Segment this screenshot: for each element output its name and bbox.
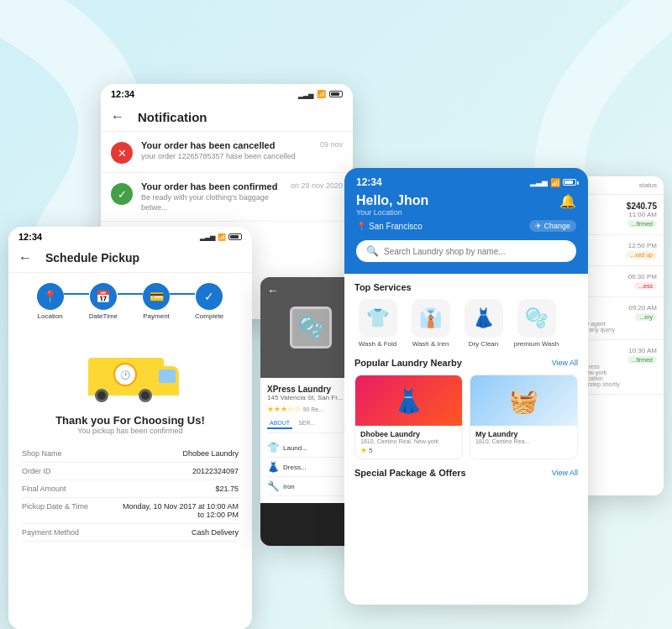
step-payment: 💳 Payment — [143, 283, 170, 320]
notification-bell-icon[interactable]: 🔔 — [559, 193, 576, 209]
truck-clock: 🕐 — [113, 363, 137, 386]
step-line-3 — [170, 293, 195, 295]
step-line-2 — [118, 293, 143, 295]
home-battery-icon — [563, 179, 576, 186]
premium-wash-icon: 🫧 — [517, 299, 556, 338]
popular-title: Popular Laundry Nearby — [354, 358, 462, 368]
special-title: Special Package & Offers — [354, 468, 466, 478]
notification-status-bar: 12:34 📶 — [101, 84, 353, 104]
schedule-time: 12:34 — [18, 232, 42, 242]
dhobee-rating: ★ 5 — [360, 446, 457, 454]
home-greeting: Hello, Jhon Your Location — [356, 193, 428, 217]
home-signal-icon: ▂▃▅ — [530, 178, 548, 186]
service-dry-clean[interactable]: 👗 Dry Clean — [460, 299, 507, 348]
payment-label: Payment Method — [22, 528, 79, 537]
step-payment-label: Payment — [143, 312, 170, 320]
service-wash-fold[interactable]: 👕 Wash & Fold — [354, 299, 401, 348]
nearby-mylaundry[interactable]: 🧺 My Laundry 1810, Camino Rea... — [470, 375, 578, 459]
xpress-stars: ★★★☆☆ — [267, 405, 301, 413]
step-datetime-circle: 📅 — [90, 283, 117, 310]
schedule-steps: 📍 Location 📅 DateTime 💳 Payment ✓ Comple… — [8, 273, 252, 330]
service-wash-iren[interactable]: 👔 Wash & Iren — [407, 299, 454, 348]
step-location-label: Location — [38, 312, 63, 320]
pickup-confirmed-text: You pickup has been confirmed — [18, 427, 242, 435]
dhobee-star-icon: ★ — [360, 446, 367, 454]
xpress-rating: ★★★☆☆ 90 Re... — [267, 405, 354, 413]
status-time-5: 10:30 AM — [578, 347, 657, 354]
notif-date-cancel: 09 nov — [320, 140, 343, 149]
notif-title-cancel: Your order has been cancelled — [141, 140, 312, 150]
xpress-item-laundry: 👕 Laund... — [267, 438, 354, 458]
status-time-1: 11:00 AM — [578, 211, 657, 218]
popular-view-all[interactable]: View All — [552, 359, 578, 367]
schedule-back-icon[interactable]: ← — [18, 250, 32, 265]
status-amount-1: $240.75 — [578, 202, 657, 211]
truck-wheel-right — [139, 389, 152, 402]
notif-text-cancel: Your order has been cancelled your order… — [141, 140, 312, 162]
step-line-1 — [64, 293, 89, 295]
notification-title: Notification — [138, 110, 207, 124]
top-services-title: Top Services — [354, 282, 412, 292]
step-datetime-label: DateTime — [89, 312, 118, 320]
home-location-text: San Francisco — [369, 222, 423, 231]
xpress-tabs: ABOUT SER... — [267, 418, 354, 433]
wash-iren-icon: 👔 — [412, 299, 450, 338]
thankyou-text: Thank you For Choosing Us! — [18, 414, 242, 427]
nearby-dhobee[interactable]: 👗 Dhobee Laundry 1810, Camino Real, New-… — [354, 375, 463, 459]
home-location-row: 📍 San Francisco ✈ Change — [356, 220, 576, 232]
dhobee-rating-num: 5 — [369, 447, 372, 454]
home-hello: Hello, Jhon — [356, 193, 428, 208]
notif-text-confirm: Your order has been confirmed Be ready w… — [141, 181, 282, 212]
schedule-status-bar: 12:34 ▂▃▅ 📶 — [8, 227, 252, 247]
home-location: 📍 San Francisco — [356, 222, 423, 231]
home-location-label: Your Location — [356, 208, 428, 217]
xpress-tab-about[interactable]: ABOUT — [267, 418, 292, 429]
notif-desc-cancel: your order 12265785357 hase been cancell… — [141, 152, 312, 162]
top-services-header: Top Services — [354, 282, 578, 292]
nearby-row: 👗 Dhobee Laundry 1810, Camino Real, New-… — [354, 375, 578, 459]
step-location-circle: 📍 — [37, 283, 64, 310]
back-arrow-icon[interactable]: ← — [111, 109, 124, 124]
step-payment-circle: 💳 — [143, 283, 170, 310]
xpress-address: 145 Valencia St, San Fr... — [267, 394, 354, 401]
shop-label: Shop Name — [22, 449, 62, 458]
battery-icon — [329, 91, 343, 97]
iron-text: Iron — [283, 483, 295, 490]
dhobee-img: 👗 — [355, 375, 462, 426]
notif-title-confirm: Your order has been confirmed — [141, 181, 282, 191]
xpress-back-icon[interactable]: ← — [267, 284, 279, 297]
change-location-button[interactable]: ✈ Change — [529, 220, 576, 232]
xpress-tab-services[interactable]: SER... — [296, 418, 318, 429]
home-status-bar: 12:34 ▂▃▅ 📶 — [356, 176, 576, 188]
notification-item-confirm: ✓ Your order has been confirmed Be ready… — [101, 173, 353, 222]
search-input[interactable] — [384, 247, 566, 256]
schedule-header: ← Schedule Pickup — [8, 247, 252, 273]
service-premium-wash[interactable]: 🫧 premium Wash — [513, 299, 559, 348]
xpress-name: XPress Laundry — [267, 385, 354, 394]
truck-wheel-left — [95, 389, 108, 402]
step-datetime: 📅 DateTime — [89, 283, 118, 320]
schedule-thankyou: Thank you For Choosing Us! You pickup ha… — [8, 411, 252, 438]
step-complete-circle: ✓ — [196, 283, 223, 310]
xpress-service-list: 👕 Laund... 👗 Dress... 🔧 Iron — [267, 438, 354, 496]
dry-clean-label: Dry Clean — [469, 340, 499, 348]
truck-illustration: 🕐 — [8, 330, 252, 411]
mylaundry-img: 🧺 — [470, 375, 577, 426]
home-header: 12:34 ▂▃▅ 📶 Hello, Jhon Your Location 🔔 … — [344, 168, 588, 274]
status-badge-3: ...ess — [634, 282, 657, 290]
iron-icon: 🔧 — [267, 480, 280, 492]
schedule-details: Shop Name Dhobee Laundry Order ID 201223… — [8, 438, 252, 548]
home-search-bar[interactable]: 🔍 — [356, 240, 576, 262]
washing-machine-icon: 🫧 — [290, 307, 332, 349]
special-view-all[interactable]: View All — [552, 469, 578, 477]
truck-cab — [150, 366, 179, 396]
xpress-item-iron: 🔧 Iron — [267, 477, 354, 496]
services-row: 👕 Wash & Fold 👔 Wash & Iren 👗 Dry Clean … — [354, 299, 578, 348]
truck-window — [159, 370, 176, 383]
schedule-detail-payment: Payment Method Cash Delivery — [22, 524, 239, 542]
notif-date-confirm: on 29 nov 2020 — [291, 181, 343, 190]
status-badge-1: ...firmed — [627, 220, 657, 228]
shop-value: Dhobee Laundry — [182, 449, 239, 458]
dhobee-info: Dhobee Laundry 1810, Camino Real, New-yo… — [355, 426, 462, 459]
step-location: 📍 Location — [37, 283, 64, 320]
